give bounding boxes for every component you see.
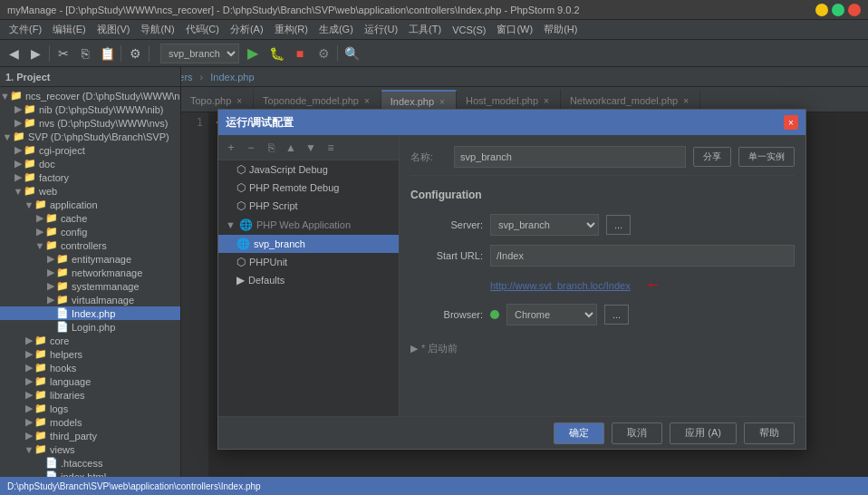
tree-item[interactable]: ▶📁nvs (D:\phpStudy\WWW\nvs) <box>0 116 180 130</box>
copy-config-button[interactable]: ⎘ <box>262 139 280 157</box>
menu-view[interactable]: 视图(V) <box>92 21 136 38</box>
config-js-debug[interactable]: ⬡ JavaScript Debug <box>218 160 399 179</box>
tree-item[interactable]: 📄.htaccess <box>0 456 180 470</box>
stop-button[interactable]: ■ <box>290 44 310 63</box>
share-button[interactable]: 分享 <box>693 147 731 167</box>
tree-item[interactable]: 📄Login.php <box>0 320 180 334</box>
tree-item[interactable]: ▶📁config <box>0 225 180 238</box>
tree-arrow-icon: ▶ <box>24 416 34 428</box>
run-button[interactable]: ▶ <box>243 44 263 63</box>
tree-item[interactable]: ▶📁nib (D:\phpStudy\WWW\nib) <box>0 102 180 116</box>
server-select[interactable]: svp_branch <box>490 214 599 236</box>
dialog-close-button[interactable]: × <box>784 115 798 130</box>
cancel-button[interactable]: 取消 <box>612 422 662 444</box>
toolbar-back-button[interactable]: ◀ <box>4 44 24 63</box>
tree-arrow-icon: ▶ <box>24 389 34 401</box>
close-button[interactable] <box>848 4 861 16</box>
tab-1-close[interactable]: × <box>362 95 371 107</box>
config-php-remote[interactable]: ⬡ PHP Remote Debug <box>218 179 399 197</box>
tree-item[interactable]: ▶📁cgi-project <box>0 143 180 157</box>
menu-edit[interactable]: 编辑(E) <box>47 21 92 38</box>
tree-item[interactable]: ▶📁systemmanage <box>0 279 180 293</box>
menu-analyze[interactable]: 分析(A) <box>225 21 269 38</box>
move-down-button[interactable]: ▼ <box>302 139 320 157</box>
menu-help[interactable]: 帮助(H) <box>538 21 583 38</box>
menu-window[interactable]: 窗口(W) <box>491 21 538 38</box>
tree-item[interactable]: ▶📁helpers <box>0 347 180 361</box>
debug-button[interactable]: 🐛 <box>266 44 286 63</box>
start-url-row: Start URL: <box>410 245 795 267</box>
tree-item[interactable]: ▼📁web <box>0 184 180 198</box>
tree-item[interactable]: ▶📁core <box>0 334 180 347</box>
config-svp-branch[interactable]: 🌐 svp_branch <box>218 235 399 253</box>
edit-config-button[interactable]: ⚙ <box>313 44 333 63</box>
minimize-button[interactable] <box>815 4 828 16</box>
toolbar-paste-button[interactable]: 📋 <box>97 44 117 63</box>
ok-button[interactable]: 确定 <box>554 422 604 444</box>
tree-file-icon: 📁 <box>34 403 47 414</box>
config-defaults[interactable]: ▶ Defaults <box>218 271 399 289</box>
tree-label: config <box>61 227 87 238</box>
menu-code[interactable]: 代码(C) <box>180 21 225 38</box>
toolbar-cut-button[interactable]: ✂ <box>53 44 73 63</box>
server-config-button[interactable]: ... <box>606 215 631 235</box>
collapsible-launch[interactable]: ▶ * 启动前 <box>410 342 795 355</box>
menu-run[interactable]: 运行(U) <box>359 21 403 38</box>
tree-item[interactable]: ▼📁views <box>0 442 180 456</box>
toolbar-forward-button[interactable]: ▶ <box>25 44 45 63</box>
browser-label: Browser: <box>410 309 483 320</box>
tab-0-close[interactable]: × <box>235 95 244 107</box>
tree-item[interactable]: 📄Index.php <box>0 306 180 320</box>
apply-button[interactable]: 应用 (A) <box>670 422 737 444</box>
menu-navigate[interactable]: 导航(N) <box>135 21 179 38</box>
tree-item[interactable]: ▼📁ncs_recover (D:\phpStudy\WWW\ncs_recov… <box>0 89 180 102</box>
tree-item[interactable]: ▶📁models <box>0 415 180 429</box>
tree-item[interactable]: ▶📁hooks <box>0 361 180 374</box>
toolbar-copy-button[interactable]: ⎘ <box>75 44 95 63</box>
move-up-button[interactable]: ▲ <box>282 139 300 157</box>
tree-item[interactable]: ▶📁networkmanage <box>0 266 180 279</box>
tree-item[interactable]: ▶📁virtualmanage <box>0 293 180 306</box>
run-config-selector[interactable]: svp_branch <box>160 44 239 63</box>
config-phpunit[interactable]: ⬡ PHPUnit <box>218 253 399 271</box>
nav-file[interactable]: Index.php <box>210 72 254 82</box>
browser-select[interactable]: Chrome Firefox Default <box>506 304 597 325</box>
maximize-button[interactable] <box>832 4 844 16</box>
tree-file-icon: 📁 <box>10 90 23 102</box>
menu-tools[interactable]: 工具(T) <box>403 21 447 38</box>
tree-label: language <box>50 376 91 387</box>
tree-item[interactable]: ▶📁entitymanage <box>0 252 180 266</box>
tree-item[interactable]: ▶📁logs <box>0 402 180 415</box>
tree-item[interactable]: ▼📁SVP (D:\phpStudy\Branch\SVP) <box>0 130 180 143</box>
menu-refactor[interactable]: 重构(R) <box>269 21 313 38</box>
config-php-script[interactable]: ⬡ PHP Script <box>218 197 399 215</box>
name-input[interactable] <box>454 146 686 168</box>
browser-config-button[interactable]: ... <box>604 305 629 325</box>
tree-item[interactable]: ▶📁cache <box>0 211 180 225</box>
tab-3-close[interactable]: × <box>542 95 551 107</box>
tab-2-close[interactable]: × <box>438 96 447 108</box>
help-button[interactable]: 帮助 <box>744 422 795 444</box>
menu-file[interactable]: 文件(F) <box>4 21 47 38</box>
tree-item[interactable]: ▶📁doc <box>0 157 180 170</box>
tree-item[interactable]: ▶📁language <box>0 374 180 388</box>
url-link[interactable]: http://www.svt_branch.loc/Index <box>490 280 631 291</box>
tree-item[interactable]: ▼📁application <box>0 198 180 211</box>
toolbar-search-button[interactable]: 🔍 <box>342 44 362 63</box>
toolbar-settings-button[interactable]: ⚙ <box>125 44 145 63</box>
tree-item[interactable]: ▼📁controllers <box>0 238 180 252</box>
tab-4-close[interactable]: × <box>681 95 690 107</box>
tree-file-icon: 📄 <box>56 321 69 333</box>
tree-item[interactable]: ▶📁third_party <box>0 429 180 442</box>
start-url-input[interactable] <box>490 245 795 267</box>
tree-item[interactable]: ▶📁libraries <box>0 388 180 402</box>
menu-generate[interactable]: 生成(G) <box>313 21 359 38</box>
tree-file-icon: 📁 <box>34 389 47 401</box>
menu-vcs[interactable]: VCS(S) <box>447 23 491 37</box>
remove-config-button[interactable]: − <box>242 139 260 157</box>
config-php-web-group[interactable]: ▼ 🌐 PHP Web Application <box>218 215 399 235</box>
add-config-button[interactable]: + <box>222 139 240 157</box>
tree-item[interactable]: ▶📁factory <box>0 170 180 184</box>
sort-config-button[interactable]: ≡ <box>322 139 340 157</box>
single-instance-button[interactable]: 单一实例 <box>738 147 795 167</box>
